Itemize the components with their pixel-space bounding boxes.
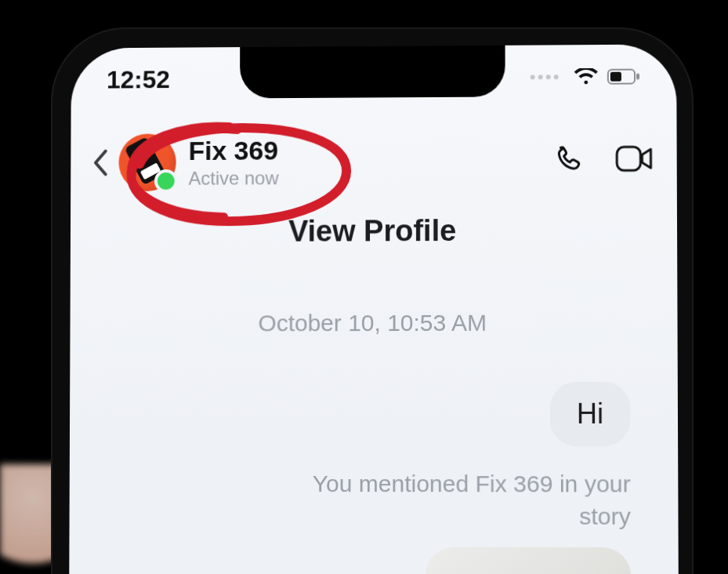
voice-call-button[interactable]	[552, 144, 584, 178]
view-profile-link[interactable]: View Profile	[71, 213, 677, 249]
chat-name: Fix 369	[189, 135, 279, 165]
page-dots-icon	[531, 74, 559, 79]
phone-screen: 12:52	[69, 44, 679, 574]
story-mention-label: You mentioned Fix 369 in your story	[284, 468, 631, 532]
notch	[240, 44, 505, 98]
presence-dot-icon	[154, 169, 178, 193]
battery-icon	[607, 68, 640, 85]
video-icon	[615, 144, 653, 173]
svg-rect-3	[617, 147, 640, 170]
phone-side-edge	[704, 204, 728, 439]
chevron-left-icon	[92, 149, 109, 177]
message-bubble[interactable]: Hi	[550, 382, 631, 446]
phone-frame: 12:52	[51, 27, 694, 574]
back-button[interactable]	[85, 147, 116, 179]
clock: 12:52	[107, 65, 170, 94]
conversation-timestamp: October 10, 10:53 AM	[70, 309, 677, 336]
svg-rect-1	[610, 72, 621, 82]
avatar[interactable]	[118, 133, 176, 191]
status-right	[531, 68, 640, 86]
video-call-button[interactable]	[615, 144, 653, 176]
phone-icon	[552, 144, 584, 175]
chat-header: Fix 369 Active now	[71, 122, 677, 200]
chat-identity[interactable]: Fix 369 Active now	[188, 135, 278, 189]
wifi-icon	[574, 68, 598, 85]
chat-presence-text: Active now	[188, 167, 278, 189]
svg-rect-2	[636, 74, 639, 80]
story-thumbnail[interactable]	[426, 547, 631, 574]
